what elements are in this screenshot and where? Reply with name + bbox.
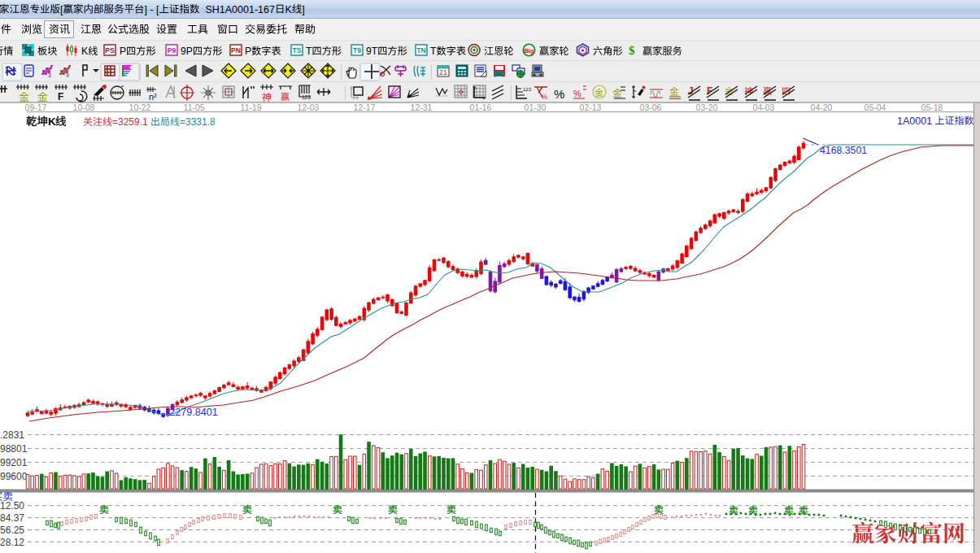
svg-text:T: T	[430, 46, 437, 57]
svg-text:56.25: 56.25	[0, 525, 24, 536]
svg-text:12-31: 12-31	[411, 103, 433, 112]
svg-text:04-20: 04-20	[811, 103, 833, 112]
svg-text:=3331.8: =3331.8	[180, 116, 216, 128]
svg-text:PS: PS	[105, 46, 115, 54]
svg-text:T9: T9	[353, 46, 361, 54]
svg-text:04-03: 04-03	[753, 103, 775, 112]
svg-text:%: %	[573, 89, 581, 98]
svg-text:P9: P9	[168, 46, 176, 54]
svg-text:11-19: 11-19	[241, 103, 262, 112]
svg-text:12.50: 12.50	[0, 500, 24, 512]
svg-text:12-03: 12-03	[298, 103, 320, 112]
svg-text:10-08: 10-08	[73, 103, 95, 112]
svg-text:10-22: 10-22	[129, 103, 151, 112]
svg-text:02-13: 02-13	[580, 103, 602, 112]
svg-text:T: T	[306, 46, 312, 57]
svg-text:P: P	[120, 46, 126, 57]
svg-text:28.12: 28.12	[0, 537, 24, 548]
svg-text:] - [: ] - [	[145, 4, 160, 15]
svg-text:99600: 99600	[0, 471, 28, 482]
svg-text:05-04: 05-04	[865, 103, 886, 112]
svg-text:]: ]	[302, 4, 304, 15]
svg-text:9T: 9T	[366, 46, 378, 57]
svg-text:.2831: .2831	[0, 429, 24, 441]
svg-text:P: P	[245, 46, 251, 57]
svg-text:98801: 98801	[0, 443, 28, 455]
svg-text:[: [	[60, 4, 63, 15]
svg-text:TS: TS	[293, 46, 302, 54]
svg-text:3: 3	[48, 72, 51, 78]
svg-text:123: 123	[302, 94, 311, 100]
svg-text:%: %	[554, 87, 564, 101]
svg-text:21: 21	[439, 68, 447, 76]
svg-text:TN: TN	[416, 46, 425, 54]
svg-text:4168.3501: 4168.3501	[820, 145, 867, 156]
svg-text:11-05: 11-05	[184, 103, 205, 112]
svg-text:F: F	[58, 91, 63, 102]
svg-text:09-17: 09-17	[25, 103, 47, 112]
svg-text:01-16: 01-16	[470, 103, 492, 112]
svg-text:03-20: 03-20	[696, 103, 718, 112]
svg-text:05-18: 05-18	[921, 103, 943, 112]
svg-text:n²: n²	[149, 92, 157, 102]
svg-text:9: 9	[66, 72, 69, 78]
svg-text:K: K	[81, 46, 88, 57]
svg-text:=3259.1: =3259.1	[112, 116, 148, 128]
svg-text:PN: PN	[231, 46, 241, 54]
svg-text:9P: 9P	[181, 46, 193, 57]
svg-text:1A0001: 1A0001	[897, 115, 932, 127]
svg-text:K: K	[48, 115, 56, 128]
svg-text:03-06: 03-06	[640, 103, 662, 112]
svg-text:99201: 99201	[0, 457, 28, 468]
svg-text:K: K	[285, 4, 293, 15]
svg-text:SH1A0001-167: SH1A0001-167	[200, 4, 275, 15]
svg-text:Big: Big	[524, 47, 534, 54]
svg-text:01-30: 01-30	[525, 103, 547, 112]
svg-text:84.37: 84.37	[0, 512, 24, 524]
svg-text:%: %	[541, 93, 547, 101]
svg-text:123: 123	[523, 87, 532, 92]
svg-text:$: $	[629, 44, 635, 57]
svg-text:-2279.8401: -2279.8401	[166, 407, 218, 418]
svg-text:12-17: 12-17	[354, 103, 376, 112]
